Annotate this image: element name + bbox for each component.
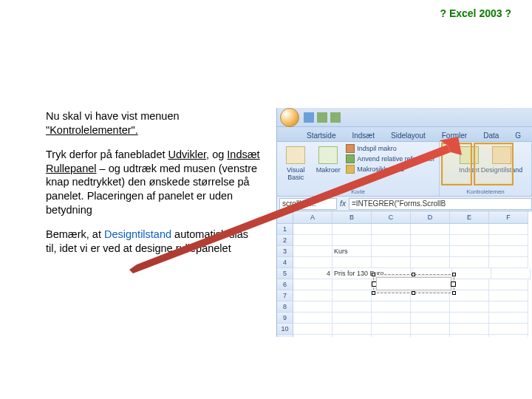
col-header[interactable]: F (489, 211, 528, 224)
cell[interactable] (411, 324, 450, 335)
visual-basic-button[interactable]: Visual Basic (281, 144, 310, 185)
relative-refs-button[interactable]: Anvend relative referencer (346, 154, 435, 163)
tab-data[interactable]: Data (480, 130, 502, 141)
cell[interactable] (489, 324, 528, 335)
tab-startside[interactable]: Startside (304, 130, 338, 141)
cell[interactable] (293, 246, 332, 257)
qat-undo-icon[interactable] (317, 112, 327, 123)
cell[interactable] (332, 313, 372, 324)
cell[interactable] (372, 246, 411, 257)
cell[interactable] (489, 301, 528, 313)
qat-redo-icon[interactable] (330, 112, 341, 123)
cell[interactable] (372, 301, 411, 313)
cell[interactable] (293, 235, 332, 246)
fx-icon[interactable]: fx (337, 200, 349, 208)
formula-input[interactable]: =INTEGRER("Forms.ScrollB (349, 198, 532, 210)
cell[interactable] (489, 279, 528, 290)
cell[interactable] (293, 224, 332, 235)
cell[interactable] (332, 301, 372, 313)
cell[interactable] (489, 257, 528, 268)
text: , og (206, 149, 227, 160)
cell[interactable] (332, 279, 372, 290)
cell-b3[interactable]: Kurs (332, 246, 372, 257)
cell[interactable] (411, 224, 450, 235)
cell[interactable] (332, 224, 372, 235)
row-header[interactable]: 3 (277, 246, 293, 257)
cell[interactable] (293, 324, 332, 335)
row-header[interactable]: 9 (277, 313, 293, 324)
row-header[interactable]: 6 (277, 279, 293, 290)
cell[interactable] (489, 246, 528, 257)
name-box[interactable]: scrollbar... (279, 198, 337, 210)
row-header[interactable]: 2 (277, 235, 293, 246)
cell[interactable] (489, 313, 528, 324)
cell[interactable] (411, 301, 450, 313)
instruction-text: Nu skal vi have vist menuen "Kontrolelem… (46, 109, 260, 266)
designtilstand-button[interactable]: Designtilstand (487, 144, 516, 185)
row-header[interactable]: 5 (277, 268, 293, 279)
col-header[interactable]: D (411, 211, 450, 224)
cell[interactable] (372, 257, 411, 268)
cell[interactable] (293, 335, 332, 337)
office-button[interactable] (280, 108, 299, 127)
cell[interactable] (450, 313, 489, 324)
cell[interactable] (450, 301, 489, 313)
cell[interactable] (450, 235, 489, 246)
group-label-kontrol: Kontrolelemen (440, 188, 531, 195)
cell-a5[interactable]: 4 (293, 268, 332, 279)
indspil-makro-button[interactable]: Indspil makro (346, 144, 435, 153)
row-header[interactable]: 1 (277, 224, 293, 235)
cell[interactable] (450, 246, 489, 257)
cell[interactable] (293, 313, 332, 324)
cell[interactable] (372, 235, 411, 246)
cell[interactable] (293, 257, 332, 268)
cell[interactable] (491, 268, 531, 279)
cell[interactable] (332, 324, 372, 335)
tab-formler[interactable]: Formler (439, 130, 470, 141)
col-header[interactable]: A (293, 211, 332, 224)
cell[interactable] (332, 290, 372, 301)
indsaet-control-button[interactable]: Indsæt (454, 144, 484, 185)
cell[interactable] (450, 335, 489, 337)
cell[interactable] (372, 224, 411, 235)
cell[interactable] (332, 235, 372, 246)
cell[interactable] (411, 257, 450, 268)
scrollbar-activex-control[interactable] (373, 274, 454, 293)
cell[interactable] (332, 257, 372, 268)
select-all-corner[interactable] (277, 211, 293, 224)
cell[interactable] (411, 235, 450, 246)
cell[interactable] (489, 235, 528, 246)
col-header[interactable]: B (332, 211, 372, 224)
makrosikkerhed-button[interactable]: Makrosikkerhed (346, 165, 435, 174)
cell[interactable] (411, 246, 450, 257)
row-header[interactable]: 4 (277, 257, 293, 268)
tab-more[interactable]: G (512, 130, 524, 141)
cell[interactable] (372, 313, 411, 324)
col-header[interactable]: C (372, 211, 411, 224)
cell[interactable] (411, 313, 450, 324)
tab-indsaet[interactable]: Indsæt (349, 130, 378, 141)
qat-save-icon[interactable] (304, 112, 314, 123)
cell[interactable] (372, 335, 411, 337)
makroer-button[interactable]: Makroer (313, 144, 343, 185)
col-header[interactable]: E (450, 211, 489, 224)
text: Tryk derfor på fanebladet (46, 149, 168, 160)
cell[interactable] (489, 335, 528, 337)
cell[interactable] (293, 279, 332, 290)
cell[interactable] (450, 257, 489, 268)
row-header[interactable]: 8 (277, 301, 293, 313)
cell[interactable] (293, 290, 332, 301)
tab-sidelayout[interactable]: Sidelayout (388, 130, 429, 141)
row-header[interactable]: 7 (277, 290, 293, 301)
cell[interactable] (489, 224, 528, 235)
cell[interactable] (489, 290, 528, 301)
cell[interactable] (411, 335, 450, 337)
row-header[interactable]: 10 (277, 324, 293, 335)
cell[interactable] (293, 301, 332, 313)
cell[interactable] (452, 268, 491, 279)
cell[interactable] (450, 324, 489, 335)
cell[interactable] (372, 324, 411, 335)
cell[interactable] (332, 335, 372, 337)
row-header[interactable]: 11 (277, 335, 293, 337)
cell[interactable] (450, 224, 489, 235)
